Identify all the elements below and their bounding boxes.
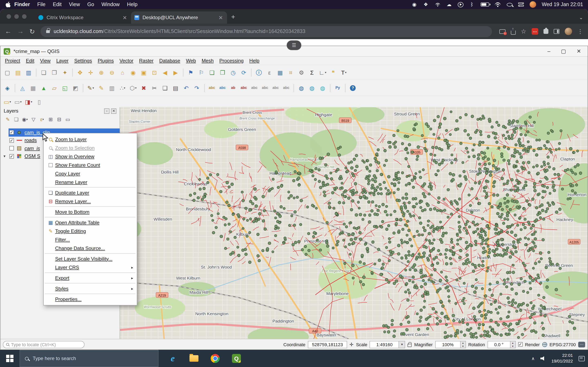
filter-by-expression-button[interactable]: ε▾ (38, 116, 46, 123)
style-manager-button[interactable]: ✦ (60, 67, 70, 77)
scale-lock-icon[interactable] (408, 343, 412, 347)
add-group-button[interactable]: ❏ (13, 116, 20, 123)
chevron-down-icon[interactable]: ▼ (399, 341, 405, 348)
apple-logo-icon[interactable] (5, 1, 11, 8)
qgis-menu-help[interactable]: Help (246, 58, 262, 64)
maximize-button[interactable]: ▢ (561, 48, 566, 54)
metasearch-button[interactable]: ◍ (296, 83, 306, 93)
menu-bar-clock[interactable]: Wed 19 Jan 22:01 (542, 2, 583, 7)
new-3d-map-view-button[interactable]: ❒ (218, 67, 227, 77)
context-menu-item-show-in-overview[interactable]: ◫Show in Overview (44, 152, 136, 161)
show-bookmarks-button[interactable]: ⚐ (196, 67, 206, 77)
zoom-to-layer-button[interactable]: ▣ (139, 67, 149, 77)
volume-icon[interactable] (540, 356, 546, 361)
open-project-button[interactable]: ▤ (13, 67, 23, 77)
profile-avatar[interactable] (565, 28, 572, 35)
url-field[interactable]: ucldesktop.cloud.com/Citrix/StoreWeb/cli… (41, 26, 492, 37)
dropbox-icon[interactable]: ❖ (423, 1, 429, 8)
window-traffic-lights[interactable] (7, 14, 26, 19)
rotate-label-button[interactable]: abc (260, 83, 270, 93)
citrix-toolbar-grip[interactable]: ☰ (287, 40, 301, 50)
close-button[interactable]: ✕ (577, 48, 581, 54)
qgis-menu-processing[interactable]: Processing (216, 58, 246, 64)
move-label-button[interactable]: abc (250, 83, 259, 93)
crs-status[interactable]: EPSG:27700 (550, 342, 576, 347)
qgis-taskbar-icon[interactable]: Q (231, 353, 242, 364)
locate-input[interactable]: Type to locate (Ctrl+K) (3, 341, 85, 348)
collapse-all-button[interactable]: ⊟ (56, 116, 63, 123)
zoom-to-selection-button[interactable]: ◉ (128, 67, 138, 77)
messages-icon[interactable]: ⋯ (578, 342, 585, 347)
qgis-hub-button[interactable]: ◍ (318, 83, 328, 93)
web-service-catalog-button[interactable]: ◍ (307, 83, 317, 93)
select-by-form-button[interactable]: ▭▾ (13, 97, 23, 107)
browser-menu-icon[interactable]: ⋮ (577, 28, 583, 35)
zoom-in-button[interactable]: ⊕ (96, 67, 106, 77)
context-menu-item-properties[interactable]: Properties... (44, 295, 136, 303)
zoom-last-button[interactable]: ◀ (160, 67, 170, 77)
qgis-menu-plugins[interactable]: Plugins (95, 58, 117, 64)
context-menu-item-copy-layer[interactable]: Copy Layer (44, 169, 136, 178)
qgis-menu-raster[interactable]: Raster (136, 58, 156, 64)
macos-menu-view[interactable]: View (65, 2, 84, 7)
macos-menu-finder[interactable]: Finder (11, 2, 34, 7)
layer-diagram-button[interactable]: abc (218, 83, 227, 93)
extensions-puzzle-icon[interactable] (544, 29, 548, 34)
user-avatar[interactable] (530, 1, 536, 8)
layer-visibility-checkbox[interactable] (9, 146, 14, 151)
tab-close-icon[interactable]: ✕ (122, 15, 128, 21)
render-checkbox[interactable]: ✓ (518, 342, 522, 347)
toggle-extents-icon[interactable]: ✛ (350, 342, 354, 347)
qgis-menu-mesh[interactable]: Mesh (199, 58, 217, 64)
layer-visibility-checkbox[interactable]: ✓ (9, 138, 14, 143)
spotlight-search-icon[interactable] (507, 3, 512, 6)
deselect-features-button[interactable]: ◨▾ (24, 97, 34, 107)
save-project-button[interactable]: ▥ (24, 67, 34, 77)
qgis-menu-web[interactable]: Web (183, 58, 199, 64)
context-menu-item-show-feature-count[interactable]: Show Feature Count (44, 161, 136, 169)
cloud-icon[interactable]: ☁ (446, 1, 452, 8)
field-calculator-button[interactable]: ⌗ (286, 67, 296, 77)
tab-desktop-ucl-anywhere[interactable]: Desktop@UCL Anywhere ✕ (131, 11, 227, 24)
temporal-controller-button[interactable]: ◷ (228, 67, 238, 77)
internet-explorer-icon[interactable]: e (167, 353, 178, 364)
open-layer-styling-button[interactable]: ✎ (4, 116, 11, 123)
qgis-menu-view[interactable]: View (37, 58, 53, 64)
start-button[interactable] (0, 350, 20, 367)
context-menu-item-set-layer-scale-visibility[interactable]: Set Layer Scale Visibility... (44, 254, 136, 263)
open-attribute-table-button[interactable]: ▦ (275, 67, 285, 77)
context-menu-item-export[interactable]: Export▸ (44, 274, 136, 282)
context-menu-item-rename-layer[interactable]: Rename Layer (44, 178, 136, 186)
rotation-value[interactable]: 0.0 ° (487, 341, 510, 348)
context-menu-item-remove-layer[interactable]: ⊟Remove Layer... (44, 197, 136, 206)
filter-legend-button[interactable]: ▽ (30, 116, 37, 123)
select-all-features-button[interactable]: ▯ (34, 97, 44, 107)
airdrop-icon[interactable] (435, 3, 440, 6)
context-menu-item-duplicate-layer[interactable]: ❏Duplicate Layer (44, 188, 136, 197)
qgis-menu-project[interactable]: Project (2, 58, 23, 64)
copy-features-button[interactable]: ❏ (160, 83, 170, 93)
panel-close-icon[interactable]: ✕ (111, 108, 116, 114)
new-project-button[interactable]: ▢ (2, 67, 12, 77)
back-button[interactable]: ← (5, 28, 11, 35)
qgis-menu-edit[interactable]: Edit (23, 58, 37, 64)
crs-globe-icon[interactable] (542, 342, 547, 347)
text-annotation-button[interactable]: T▾ (339, 67, 349, 77)
pan-map-button[interactable]: ✥ (75, 67, 85, 77)
add-vector-layer-button[interactable]: ◬ (17, 83, 27, 93)
tab-search-icon[interactable]: ⌄ (579, 15, 583, 20)
zoom-out-button[interactable]: ⊖ (107, 67, 117, 77)
tab-close-icon[interactable]: ✕ (218, 15, 224, 21)
macos-menu-window[interactable]: Window (98, 2, 123, 7)
paste-features-button[interactable]: ▤ (171, 83, 181, 93)
select-by-expression-button[interactable]: ε (265, 67, 274, 77)
bookmark-star-icon[interactable]: ☆ (521, 28, 526, 35)
expander-icon[interactable]: ▾ (0, 154, 9, 158)
cut-features-button[interactable]: ✂ (149, 83, 159, 93)
macos-menu-go[interactable]: Go (84, 2, 98, 7)
context-menu-item-styles[interactable]: Styles▸ (44, 284, 136, 293)
new-tab-button[interactable]: + (231, 13, 235, 21)
map-canvas[interactable]: A598B519A105A219A1205A40West HendonBrent… (120, 107, 588, 339)
add-raster-layer-button[interactable]: ▦ (28, 83, 38, 93)
vertex-tool-button[interactable]: ⬡▾ (128, 83, 138, 93)
